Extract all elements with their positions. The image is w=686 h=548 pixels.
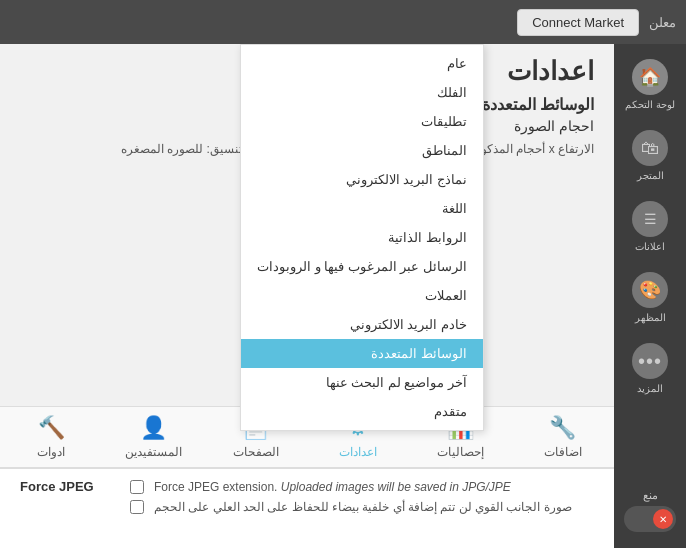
force-jpeg-label: Force JPEG	[20, 479, 120, 494]
addons-icon: 🔧	[549, 415, 576, 441]
sidebar-item-label-more: المزيد	[637, 383, 663, 394]
footer-row2-checkbox[interactable]	[130, 500, 144, 514]
dropdown-item-general[interactable]: عام	[241, 49, 483, 78]
tab-settings-label: اعدادات	[339, 445, 377, 459]
toggle-label: منع	[643, 489, 658, 502]
sidebar-item-dashboard[interactable]: 🏠 لوحة التحكم	[614, 49, 686, 120]
advertiser-label: معلن	[649, 15, 676, 30]
connect-market-button[interactable]: Connect Market	[517, 9, 639, 36]
footer-row-jpeg: Force JPEG Force JPEG extension. Uploade…	[20, 479, 594, 494]
force-jpeg-text: Force JPEG extension. Uploaded images wi…	[154, 480, 511, 494]
dropdown-item-other-topics[interactable]: آخر مواضيع لم البحث عنها	[241, 368, 483, 397]
dropdown-item-email-templates[interactable]: نماذج البريد الالكتروني	[241, 165, 483, 194]
tab-addons-label: اضافات	[544, 445, 582, 459]
sidebar-item-more[interactable]: ••• المزيد	[614, 333, 686, 404]
dropdown-item-catalog[interactable]: الفلك	[241, 78, 483, 107]
sidebar-item-label-appearance: المظهر	[635, 312, 666, 323]
tab-tools[interactable]: 🔨 ادوات	[16, 415, 86, 459]
dropdown-item-messages[interactable]: الرسائل عبر المرغوب فيها و الروبودات	[241, 252, 483, 281]
dashboard-icon: 🏠	[632, 59, 668, 95]
dropdown-item-mail-server[interactable]: خادم البريد الالكتروني	[241, 310, 483, 339]
tools-icon: 🔨	[38, 415, 65, 441]
dropdown-item-ads2[interactable]: اللغة	[241, 194, 483, 223]
main-layout: 🏠 لوحة التحكم 🛍 المتجر ☰ اعلانات 🎨 المظه…	[0, 44, 686, 548]
sidebar-toggle[interactable]: ✕	[624, 506, 676, 532]
sidebar: 🏠 لوحة التحكم 🛍 المتجر ☰ اعلانات 🎨 المظه…	[614, 44, 686, 548]
ads-icon: ☰	[632, 201, 668, 237]
tab-statistics-label: إحصاليات	[437, 445, 484, 459]
tab-users-label: المستفيدين	[125, 445, 182, 459]
users-icon: 👤	[140, 415, 167, 441]
sidebar-item-ads[interactable]: ☰ اعلانات	[614, 191, 686, 262]
top-bar: معلن Connect Market	[0, 0, 686, 44]
dropdown-item-application[interactable]: تطليقات	[241, 107, 483, 136]
dropdown-item-currencies[interactable]: العملات	[241, 281, 483, 310]
force-jpeg-checkbox[interactable]	[130, 480, 144, 494]
dropdown-item-regions[interactable]: المناطق	[241, 136, 483, 165]
desc-2: للصوره المصغره	[121, 142, 203, 156]
sidebar-toggle-container: منع ✕	[624, 489, 676, 540]
dropdown-item-multimedia[interactable]: الوسائط المتعددة	[241, 339, 483, 368]
tab-users[interactable]: 👤 المستفيدين	[119, 415, 189, 459]
footer-row-2: صورة الجانب القوي لن تتم إضافة أي خلفية …	[20, 500, 594, 514]
store-icon: 🛍	[632, 130, 668, 166]
dropdown-item-backlinks[interactable]: الروابط الذاتية	[241, 223, 483, 252]
toggle-knob: ✕	[653, 509, 673, 529]
tab-tools-label: ادوات	[37, 445, 65, 459]
dropdown-menu: عام الفلك تطليقات المناطق نماذج البريد ا…	[240, 44, 484, 431]
tab-addons[interactable]: 🔧 اضافات	[528, 415, 598, 459]
sidebar-item-label-dashboard: لوحة التحكم	[625, 99, 675, 110]
tab-pages-label: الصفحات	[233, 445, 279, 459]
sidebar-item-appearance[interactable]: 🎨 المظهر	[614, 262, 686, 333]
more-icon: •••	[632, 343, 668, 379]
footer-row2-text: صورة الجانب القوي لن تتم إضافة أي خلفية …	[154, 500, 572, 514]
sidebar-item-label-ads: اعلانات	[635, 241, 665, 252]
content-area: اعدادات الوسائط المتعددة احجام الصورة ال…	[0, 44, 614, 548]
dropdown-item-advanced[interactable]: متقدم	[241, 397, 483, 426]
appearance-icon: 🎨	[632, 272, 668, 308]
sidebar-item-label-store: المتجر	[637, 170, 664, 181]
sidebar-item-store[interactable]: 🛍 المتجر	[614, 120, 686, 191]
footer-content: Force JPEG Force JPEG extension. Uploade…	[0, 468, 614, 548]
